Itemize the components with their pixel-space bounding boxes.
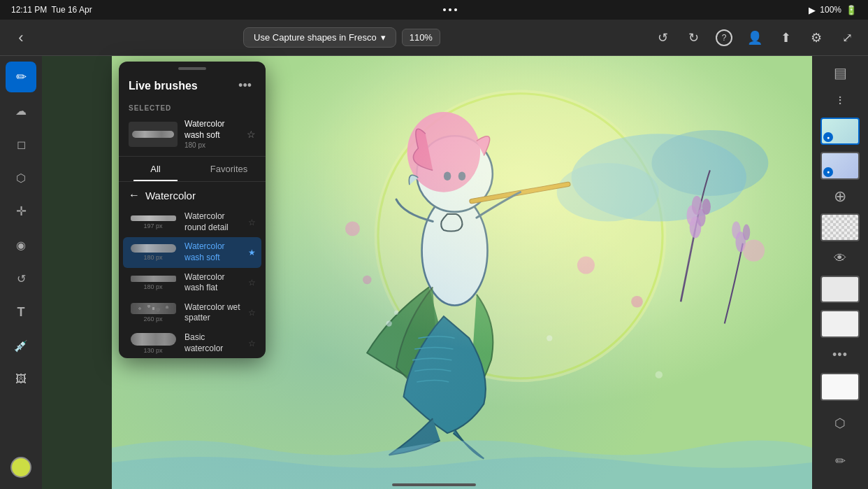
layer-eye-badge-2: ● [823, 167, 833, 177]
text-tool-button[interactable]: T [6, 297, 36, 327]
status-dot-3 [454, 8, 457, 11]
eraser-tool-button[interactable]: ◻ [6, 129, 36, 160]
fullscreen-button[interactable]: ⤢ [834, 25, 860, 50]
status-dot-1 [443, 8, 446, 11]
brush-star-button-basic[interactable]: ☆ [248, 339, 256, 348]
category-back-button[interactable]: ← [129, 189, 140, 201]
brush-size-label: 197 px [143, 222, 162, 229]
add-layer-button[interactable]: ⊕ [823, 185, 857, 208]
history-tool-button[interactable]: ↺ [6, 263, 36, 294]
adjustments-icon: ⫶ [837, 93, 844, 108]
panel-more-button[interactable]: ••• [234, 77, 256, 94]
brush-size-label-flat: 180 px [143, 283, 162, 290]
back-button[interactable]: ‹ [8, 25, 34, 50]
redo-icon: ↻ [688, 30, 699, 45]
add-icon: ⊕ [834, 187, 846, 206]
back-icon: ‹ [18, 29, 23, 47]
pencil-button[interactable]: ✏ [823, 444, 857, 478]
panel-drag-handle[interactable] [178, 67, 206, 70]
brush-name-selected: Watercolor wash soft [185, 241, 241, 263]
nodes-icon: ⬡ [834, 416, 846, 431]
brush-preview-flat: 180 px [129, 276, 178, 290]
tab-favorites[interactable]: Favorites [192, 157, 266, 181]
brush-star-button[interactable]: ☆ [248, 218, 256, 227]
layer-thumb-1[interactable]: ● [820, 118, 860, 146]
brush-size-label-selected: 180 px [143, 254, 162, 261]
brush-preview-basic: 130 px [129, 333, 178, 354]
view-button[interactable]: 👁 [823, 247, 857, 270]
layer-thumb-5[interactable] [820, 310, 860, 338]
redo-button[interactable]: ↻ [681, 25, 706, 50]
battery-level: 100% [820, 5, 841, 15]
nodes-button[interactable]: ⬡ [823, 406, 857, 440]
brush-name-flat: Watercolor wash flat [185, 272, 241, 294]
help-button[interactable]: ? [711, 25, 737, 50]
tab-all[interactable]: All [119, 157, 192, 181]
transform-tool-button[interactable]: ✛ [6, 196, 36, 227]
settings-icon: ⚙ [811, 30, 822, 45]
profile-icon: 👤 [747, 30, 762, 45]
layer-thumb-3[interactable] [820, 213, 860, 241]
undo-icon: ↺ [658, 30, 668, 45]
share-button[interactable]: ⬆ [773, 25, 798, 50]
left-toolbar: ✏ ☁ ◻ ⬡ ✛ ◉ ↺ T 💉 🖼 [0, 56, 42, 489]
pencil-icon: ✏ [835, 453, 846, 469]
smudge-tool-button[interactable]: ☁ [6, 95, 36, 126]
share-icon: ⬆ [781, 30, 791, 45]
brush-stroke-basic-wc [131, 333, 176, 346]
eyedropper-icon: 💉 [14, 339, 28, 353]
profile-button[interactable]: 👤 [742, 25, 767, 50]
brush-item-spatter[interactable]: 260 px Watercolor wet spatter ☆ [119, 298, 266, 328]
selected-brush-star-button[interactable]: ☆ [247, 129, 256, 140]
history-icon: ↺ [17, 272, 26, 285]
panel-header: Live brushes ••• [119, 73, 266, 101]
selection-tool-button[interactable]: ⬡ [6, 162, 36, 193]
settings-button[interactable]: ⚙ [804, 25, 829, 50]
fill-icon: ◉ [16, 239, 26, 252]
brush-star-button-flat[interactable]: ☆ [248, 278, 256, 288]
eye-icon: 👁 [834, 251, 846, 266]
layer-eye-badge-1: ● [823, 132, 833, 142]
fill-tool-button[interactable]: ◉ [6, 229, 36, 260]
image-insert-button[interactable]: 🖼 [6, 364, 36, 395]
brush-star-button-selected[interactable]: ★ [248, 248, 256, 257]
panel-tabs: All Favorites [119, 156, 266, 182]
eyedropper-tool-button[interactable]: 💉 [6, 330, 36, 361]
brush-tool-button[interactable]: ✏ [6, 62, 36, 92]
brush-item-selected[interactable]: 180 px Watercolor wash soft ★ [123, 237, 261, 267]
selected-section-label: SELECTED [119, 101, 266, 115]
layer-thumb-2[interactable]: ● [820, 152, 860, 180]
selected-brush-item: Watercolor wash soft 180 px ☆ [119, 115, 266, 156]
top-toolbar: ‹ Use Capture shapes in Fresco ▾ 110% ↺ … [0, 20, 868, 56]
layers-icon: ▤ [834, 64, 847, 81]
more-options-button[interactable]: ••• [823, 343, 857, 367]
wifi-icon: ▶ [809, 5, 816, 15]
category-header: ← Watercolor [119, 182, 266, 207]
panel-title: Live brushes [129, 80, 198, 92]
selected-brush-preview [129, 122, 178, 147]
layer-thumb-4[interactable] [820, 276, 860, 304]
brush-item-basic[interactable]: 130 px Basic watercolor ☆ [119, 328, 266, 358]
brush-stroke-wet-spatter [131, 303, 176, 314]
status-time: 12:11 PM [11, 5, 47, 15]
brush-preview-selected-item: 180 px [129, 244, 178, 261]
layer-thumb-6[interactable] [820, 373, 860, 401]
transform-icon: ✛ [16, 204, 27, 219]
brush-preview-spatter: 260 px [129, 303, 178, 323]
brush-item[interactable]: 197 px Watercolor round detail ☆ [119, 207, 266, 237]
status-date: Tue 16 Apr [51, 5, 92, 15]
color-swatch[interactable] [10, 457, 31, 478]
right-toolbar: ▤ ⫶ ● ● ⊕ 👁 ••• ⬡ ✏ [812, 56, 868, 489]
brush-size-label-spatter: 260 px [143, 316, 162, 323]
brush-star-button-spatter[interactable]: ☆ [248, 308, 256, 318]
undo-button[interactable]: ↺ [650, 25, 675, 50]
capture-shapes-button[interactable]: Use Capture shapes in Fresco ▾ [243, 27, 396, 48]
status-bar: 12:11 PM Tue 16 Apr ▶ 100% 🔋 [0, 0, 868, 20]
brush-stroke-round-detail [131, 215, 176, 221]
adjustments-button[interactable]: ⫶ [823, 89, 857, 112]
home-indicator [392, 483, 476, 486]
brush-item-flat[interactable]: 180 px Watercolor wash flat ☆ [119, 268, 266, 298]
layers-button[interactable]: ▤ [823, 62, 857, 85]
selected-brush-info: Watercolor wash soft 180 px [185, 119, 240, 149]
fullscreen-icon: ⤢ [842, 30, 853, 45]
